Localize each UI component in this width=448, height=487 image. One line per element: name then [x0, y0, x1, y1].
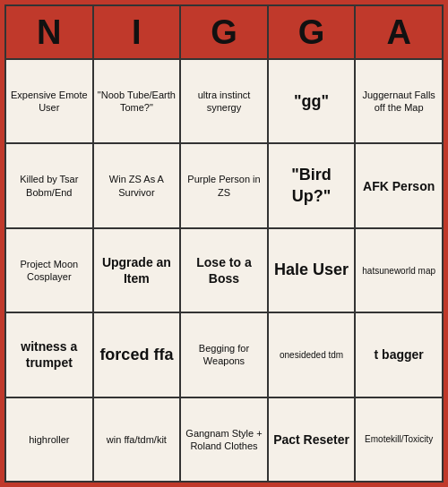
bingo-cell-r1-c0: Killed by Tsar Bobm/End	[6, 144, 94, 226]
bingo-row-1: Killed by Tsar Bobm/EndWin ZS As A Survi…	[6, 144, 442, 228]
bingo-cell-r2-c1: Upgrade an Item	[94, 229, 182, 312]
bingo-cell-r2-c4: hatsuneworld map	[356, 229, 442, 312]
bingo-cell-r1-c4: AFK Person	[356, 144, 442, 226]
header-letter-g: G	[269, 6, 357, 58]
bingo-cell-r0-c1: "Noob Tube/Earth Tome?"	[94, 60, 182, 142]
bingo-row-4: highrollerwin ffa/tdm/kitGangnam Style +…	[6, 398, 442, 481]
bingo-cell-r4-c2: Gangnam Style + Roland Clothes	[181, 398, 269, 481]
bingo-cell-r1-c3: "Bird Up?"	[269, 144, 357, 226]
header-letter-a: A	[356, 6, 442, 58]
bingo-cell-r3-c0: witness a trumpet	[6, 313, 94, 396]
bingo-cell-r1-c2: Purple Person in ZS	[181, 144, 269, 226]
bingo-cell-r4-c1: win ffa/tdm/kit	[94, 398, 182, 481]
header-letter-i: I	[94, 6, 182, 58]
bingo-cell-r2-c3: Hale User	[269, 229, 357, 312]
bingo-cell-r3-c4: t bagger	[356, 313, 442, 396]
bingo-cell-r2-c2: Lose to a Boss	[181, 229, 269, 312]
bingo-cell-r0-c2: ultra instinct synergy	[181, 60, 269, 142]
bingo-cell-r1-c1: Win ZS As A Survivor	[94, 144, 182, 226]
bingo-row-3: witness a trumpetforced ffaBegging for W…	[6, 313, 442, 397]
bingo-row-0: Expensive Emote User"Noob Tube/Earth Tom…	[6, 60, 442, 144]
bingo-cell-r4-c3: Pact Reseter	[269, 398, 357, 481]
bingo-grid: Expensive Emote User"Noob Tube/Earth Tom…	[6, 60, 442, 481]
bingo-cell-r0-c4: Juggernaut Falls off the Map	[356, 60, 442, 142]
bingo-row-2: Project Moon CosplayerUpgrade an ItemLos…	[6, 229, 442, 313]
bingo-cell-r2-c0: Project Moon Cosplayer	[6, 229, 94, 312]
bingo-cell-r0-c3: "gg"	[269, 60, 357, 142]
bingo-cell-r3-c1: forced ffa	[94, 313, 182, 396]
header-letter-n: N	[6, 6, 94, 58]
header-row: NIGGA	[6, 6, 442, 60]
header-letter-g: G	[181, 6, 269, 58]
bingo-cell-r3-c2: Begging for Weapons	[181, 313, 269, 396]
bingo-cell-r4-c4: Emotekill/Toxicity	[356, 398, 442, 481]
bingo-cell-r3-c3: onesideded tdm	[269, 313, 357, 396]
bingo-card: NIGGA Expensive Emote User"Noob Tube/Ear…	[4, 4, 444, 483]
bingo-cell-r4-c0: highroller	[6, 398, 94, 481]
bingo-cell-r0-c0: Expensive Emote User	[6, 60, 94, 142]
